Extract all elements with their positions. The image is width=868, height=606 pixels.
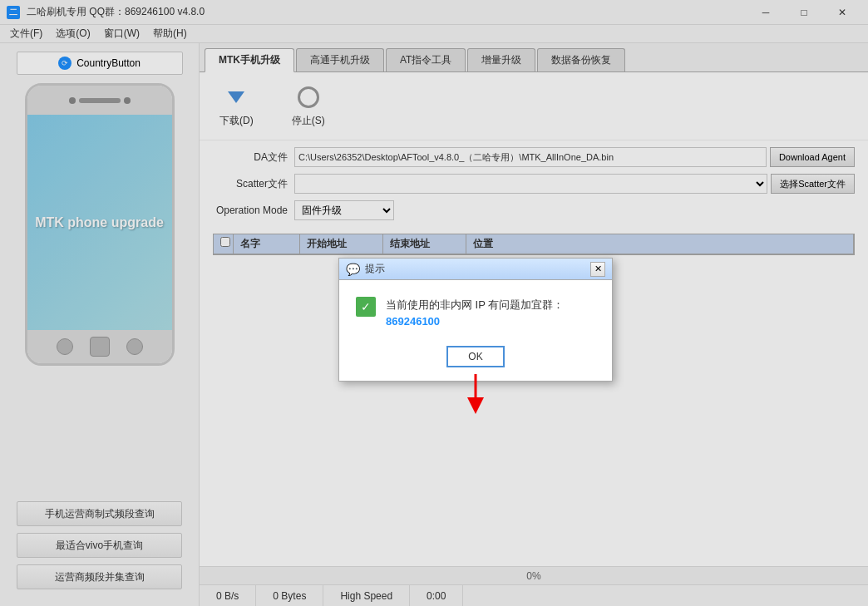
dialog-content: ✓ 当前使用的非内网 IP 有问题加宜群：869246100: [339, 280, 612, 337]
dialog-ok-button[interactable]: OK: [446, 346, 505, 367]
dialog-title-icon: 💬: [346, 263, 360, 276]
dialog-message-text: 当前使用的非内网 IP 有问题加宜群：: [386, 298, 564, 311]
dialog-close-button[interactable]: ✕: [590, 262, 605, 277]
dialog-title-bar: 💬 提示 ✕: [339, 259, 612, 280]
dialog-footer: OK: [339, 337, 612, 381]
dialog-title-text: 💬 提示: [346, 262, 385, 276]
dialog-message: 当前使用的非内网 IP 有问题加宜群：869246100: [386, 297, 595, 329]
svg-marker-1: [467, 397, 484, 414]
dialog-overlay: 💬 提示 ✕ ✓ 当前使用的非内网 IP 有问题加宜群：869246100 OK: [0, 0, 868, 606]
dialog-status-icon: ✓: [356, 297, 376, 317]
dialog-title: 提示: [365, 262, 385, 276]
arrow-indicator: [459, 374, 492, 418]
arrow-svg: [459, 374, 492, 416]
dialog-message-highlight: 869246100: [386, 315, 440, 328]
dialog: 💬 提示 ✕ ✓ 当前使用的非内网 IP 有问题加宜群：869246100 OK: [338, 258, 613, 382]
